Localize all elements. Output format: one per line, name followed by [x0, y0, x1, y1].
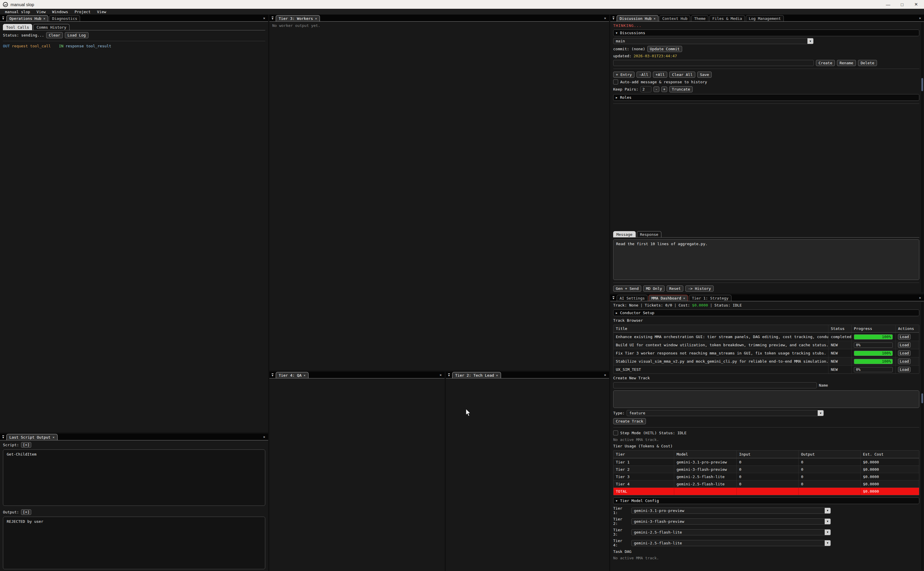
- maximize-icon[interactable]: □: [897, 1, 907, 8]
- load-button[interactable]: Load: [898, 342, 910, 348]
- add-entry-button[interactable]: + Entry: [613, 72, 634, 78]
- chevron-down-icon[interactable]: ▼: [825, 529, 830, 535]
- tab-response[interactable]: Response: [637, 231, 662, 237]
- track-name-input[interactable]: [613, 382, 817, 388]
- tab-tool-calls[interactable]: Tool Calls: [3, 24, 32, 30]
- dock-close-icon[interactable]: ✕: [260, 435, 268, 439]
- tab-close-icon[interactable]: ✕: [52, 435, 55, 439]
- tier1-model-select[interactable]: gemini-3.1-pro-preview ▼: [631, 508, 831, 514]
- close-icon[interactable]: ✕: [911, 1, 921, 8]
- step-mode-checkbox[interactable]: [613, 431, 618, 435]
- mma-scrollbar[interactable]: [921, 302, 923, 570]
- message-textarea[interactable]: Read the first 10 lines of aggregate.py.: [613, 239, 919, 280]
- chevron-down-icon[interactable]: ▼: [825, 540, 830, 546]
- delete-button[interactable]: Delete: [858, 60, 877, 66]
- tab-close-icon[interactable]: ✕: [654, 17, 656, 20]
- discussion-scrollbar[interactable]: [921, 23, 923, 293]
- to-history-button[interactable]: -> History: [685, 286, 713, 292]
- tab-tier2-tech-lead[interactable]: Tier 2: Tech Lead ✕: [452, 372, 501, 378]
- tab-message[interactable]: Message: [613, 231, 636, 237]
- tab-last-script-output[interactable]: Last Script Output ✕: [6, 434, 57, 440]
- tab-tier3-workers[interactable]: Tier 3: Workers ✕: [276, 15, 320, 21]
- save-button[interactable]: Save: [697, 72, 711, 78]
- tab-ai-settings[interactable]: AI Settings: [617, 295, 648, 301]
- dock-close-icon[interactable]: ✕: [437, 373, 445, 377]
- dock-close-icon[interactable]: ✕: [260, 16, 268, 20]
- minimize-icon[interactable]: —: [883, 1, 893, 8]
- tab-close-icon[interactable]: ✕: [43, 17, 46, 20]
- tab-close-icon[interactable]: ✕: [315, 17, 317, 20]
- dock-close-icon[interactable]: ✕: [601, 373, 609, 377]
- tier4-model-select[interactable]: gemini-2.5-flash-lite ▼: [631, 540, 831, 546]
- window-menu-icon[interactable]: ▼: [446, 373, 452, 377]
- menu-manual-slop[interactable]: manual slop: [2, 10, 33, 14]
- window-menu-icon[interactable]: ▼: [0, 17, 6, 20]
- track-type-select[interactable]: feature ▼: [627, 410, 824, 416]
- menu-view[interactable]: View: [33, 10, 49, 14]
- gen-send-button[interactable]: Gen + Send: [613, 286, 641, 292]
- dock-close-icon[interactable]: ✕: [601, 16, 609, 20]
- script-expand-button[interactable]: [+]: [21, 442, 31, 448]
- tab-theme[interactable]: Theme: [691, 15, 708, 21]
- tab-comms-history[interactable]: Comms History: [33, 24, 69, 30]
- autoadd-checkbox[interactable]: [613, 79, 618, 85]
- menu-windows[interactable]: Windows: [49, 10, 71, 14]
- track-description-textarea[interactable]: [613, 390, 919, 408]
- update-commit-button[interactable]: Update Commit: [647, 46, 682, 52]
- tab-files-media[interactable]: Files & Media: [709, 15, 745, 21]
- conductor-setup-header[interactable]: ▶ Conductor Setup: [613, 309, 919, 316]
- discussions-header[interactable]: ▼ Discussions: [613, 29, 919, 36]
- chevron-down-icon[interactable]: ▼: [825, 508, 830, 514]
- tier3-model-select[interactable]: gemini-2.5-flash-lite ▼: [631, 529, 831, 536]
- window-menu-icon[interactable]: ▼: [270, 373, 276, 377]
- tool-call-log-row[interactable]: OUT request tool_call IN response tool_r…: [3, 44, 265, 48]
- tab-close-icon[interactable]: ✕: [496, 373, 498, 377]
- truncate-button[interactable]: Truncate: [669, 86, 693, 93]
- tab-operations-hub[interactable]: Operations Hub ✕: [6, 15, 48, 21]
- tier-model-config-header[interactable]: ▼ Tier Model Config: [613, 497, 919, 504]
- window-menu-icon[interactable]: ▼: [610, 296, 617, 299]
- tab-close-icon[interactable]: ✕: [683, 296, 685, 300]
- keep-pairs-input[interactable]: 2: [640, 86, 651, 93]
- clear-all-button[interactable]: Clear All: [669, 72, 695, 78]
- discussion-select[interactable]: main ▼: [613, 38, 813, 44]
- tab-close-icon[interactable]: ✕: [303, 373, 306, 377]
- tab-discussion-hub[interactable]: Discussion Hub ✕: [617, 15, 658, 21]
- tab-context-hub[interactable]: Context Hub: [659, 15, 690, 21]
- output-expand-button[interactable]: [+]: [21, 509, 31, 515]
- chevron-down-icon[interactable]: ▼: [825, 519, 830, 524]
- collapse-all-button[interactable]: -All: [636, 72, 651, 78]
- tab-diagnostics[interactable]: Diagnostics: [49, 15, 80, 21]
- clear-button[interactable]: Clear: [46, 32, 63, 38]
- load-button[interactable]: Load: [898, 367, 910, 372]
- tier2-model-select[interactable]: gemini-3-flash-preview ▼: [631, 519, 831, 525]
- load-button[interactable]: Load: [898, 334, 910, 340]
- load-button[interactable]: Load: [898, 358, 910, 364]
- chevron-down-icon[interactable]: ▼: [818, 410, 824, 416]
- chevron-down-icon[interactable]: ▼: [807, 38, 813, 44]
- md-only-button[interactable]: MD Only: [643, 286, 665, 292]
- dock-close-icon[interactable]: ✕: [916, 16, 924, 20]
- tab-log-management[interactable]: Log Management: [746, 15, 784, 21]
- increment-button[interactable]: +: [661, 86, 667, 92]
- roles-header[interactable]: ▶ Roles: [613, 94, 919, 101]
- tab-mma-dashboard[interactable]: MMA Dashboard ✕: [648, 295, 688, 301]
- load-button[interactable]: Load: [898, 350, 910, 356]
- menu-view-2[interactable]: View: [94, 10, 109, 14]
- decrement-button[interactable]: -: [653, 86, 659, 92]
- discussion-name-input[interactable]: [613, 60, 814, 66]
- window-menu-icon[interactable]: ▼: [270, 17, 276, 20]
- create-button[interactable]: Create: [816, 60, 835, 66]
- reset-button[interactable]: Reset: [667, 286, 683, 292]
- expand-all-button[interactable]: +All: [653, 72, 667, 78]
- rename-button[interactable]: Rename: [837, 60, 856, 66]
- window-menu-icon[interactable]: ▼: [0, 435, 6, 438]
- tab-tier1-strategy[interactable]: Tier 1: Strategy: [689, 295, 731, 301]
- scrollbar-thumb[interactable]: [921, 394, 923, 403]
- output-textbox[interactable]: REJECTED by user: [3, 517, 265, 569]
- script-textbox[interactable]: Get-ChildItem: [3, 449, 265, 506]
- scrollbar-thumb[interactable]: [921, 78, 923, 91]
- menu-project[interactable]: Project: [71, 10, 94, 14]
- load-log-button[interactable]: Load Log: [65, 32, 89, 38]
- tab-tier4-qa[interactable]: Tier 4: QA ✕: [276, 372, 308, 378]
